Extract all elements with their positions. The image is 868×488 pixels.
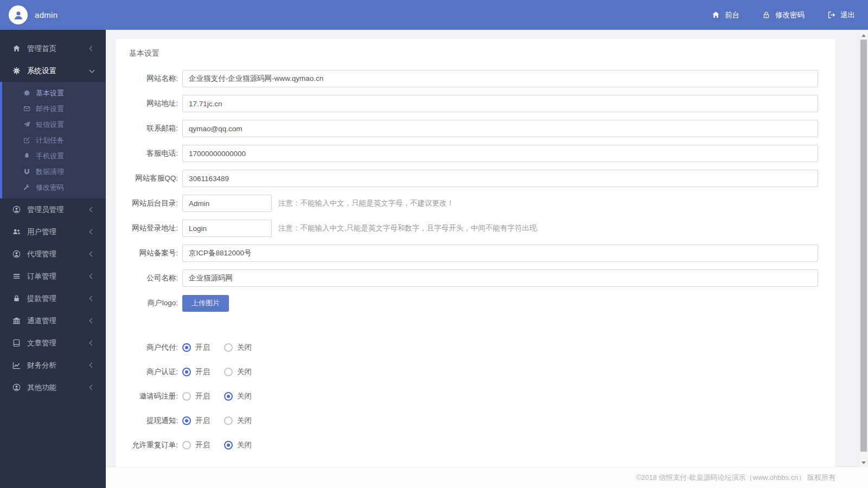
- toggle-label: 提现通知:: [129, 416, 178, 426]
- sidebar-subitem-1-0[interactable]: 基本设置: [2, 85, 106, 101]
- radio-option-2-0[interactable]: 开启: [182, 391, 210, 401]
- sidebar-item-2[interactable]: 管理员管理: [0, 198, 106, 221]
- topbar-link-0[interactable]: 前台: [712, 10, 739, 20]
- topbar-link-2[interactable]: 退出: [827, 10, 855, 20]
- radio-option-label: 开启: [195, 391, 210, 401]
- field-input-2[interactable]: [182, 120, 818, 137]
- sidebar-item-3[interactable]: 用户管理: [0, 221, 106, 243]
- radio-group: 开启关闭: [182, 367, 252, 377]
- sidebar-item-label: 文章管理: [27, 338, 56, 348]
- vertical-scrollbar[interactable]: [859, 30, 868, 467]
- radio-option-3-1[interactable]: 关闭: [224, 416, 252, 426]
- field-input-0[interactable]: [182, 70, 818, 87]
- radio-option-0-1[interactable]: 关闭: [224, 343, 252, 352]
- radio-option-3-0[interactable]: 开启: [182, 416, 210, 426]
- radio-icon[interactable]: [224, 368, 233, 376]
- sidebar-item-1[interactable]: 系统设置: [0, 60, 106, 82]
- sidebar-item-label: 管理首页: [27, 44, 56, 54]
- sidebar-menu: 管理首页系统设置基本设置邮件设置短信设置计划任务手机设置数据清理修改密码管理员管…: [0, 30, 106, 399]
- field-label: 网站备案号:: [129, 248, 178, 258]
- sidebar-item-6[interactable]: 提款管理: [0, 287, 106, 310]
- sidebar-subitem-label: 短信设置: [36, 120, 64, 130]
- radio-icon[interactable]: [224, 392, 233, 401]
- sidebar-item-10[interactable]: 其他功能: [0, 376, 106, 399]
- field-input-4[interactable]: [182, 170, 818, 187]
- sidebar-item-0[interactable]: 管理首页: [0, 37, 106, 60]
- field-input-3[interactable]: [182, 145, 818, 162]
- upload-image-button[interactable]: 上传图片: [182, 295, 229, 312]
- copyright-text: ©2018 信恒支付-欧皇源码论坛演示（www.ohbbs.cn） 版权所有: [636, 473, 835, 483]
- sidebar-subitem-label: 计划任务: [36, 136, 64, 145]
- toggle-label: 商户认证:: [129, 367, 178, 377]
- radio-option-4-0[interactable]: 开启: [182, 440, 210, 450]
- radio-option-label: 关闭: [237, 367, 252, 377]
- field-input-1[interactable]: [182, 95, 818, 112]
- radio-option-2-1[interactable]: 关闭: [224, 391, 252, 401]
- radio-option-0-0[interactable]: 开启: [182, 343, 210, 352]
- sidebar-subitem-label: 数据清理: [36, 167, 64, 177]
- scroll-up-arrow-icon[interactable]: [859, 30, 868, 39]
- sidebar-item-8[interactable]: 文章管理: [0, 332, 106, 354]
- chevron-left-icon: [90, 341, 95, 346]
- sidebar: 管理首页系统设置基本设置邮件设置短信设置计划任务手机设置数据清理修改密码管理员管…: [0, 30, 106, 488]
- radio-option-1-1[interactable]: 关闭: [224, 367, 252, 377]
- topbar-link-1[interactable]: 修改密码: [762, 10, 805, 20]
- magnet-icon: [23, 168, 30, 176]
- sidebar-subitem-1-1[interactable]: 邮件设置: [2, 101, 106, 117]
- topbar-link-label: 前台: [725, 10, 739, 20]
- sidebar-subitem-1-2[interactable]: 短信设置: [2, 117, 106, 132]
- form-row: 网站登录地址:注意：不能输入中文,只能是英文字母和数字，且字母开头，中间不能有字…: [129, 220, 822, 237]
- form-row: 网站客服QQ:: [129, 170, 822, 187]
- sidebar-subitem-1-4[interactable]: 手机设置: [2, 148, 106, 164]
- sidebar-subitem-1-3[interactable]: 计划任务: [2, 132, 106, 148]
- form-spacer: [129, 319, 822, 339]
- radio-icon[interactable]: [224, 416, 233, 425]
- sidebar-item-9[interactable]: 财务分析: [0, 354, 106, 376]
- radio-icon[interactable]: [182, 368, 191, 376]
- sidebar-item-label: 用户管理: [27, 227, 56, 237]
- radio-option-1-0[interactable]: 开启: [182, 367, 210, 377]
- field-note: 注意：不能输入中文,只能是英文字母和数字，且字母开头，中间不能有字符出现.: [278, 223, 539, 233]
- envelope-icon: [23, 105, 30, 113]
- form-row: 网站名称:: [129, 70, 822, 87]
- chevron-down-icon: [90, 67, 95, 73]
- sidebar-item-5[interactable]: 订单管理: [0, 265, 106, 287]
- form-row: 公司名称:: [129, 269, 822, 287]
- radio-icon[interactable]: [224, 441, 233, 450]
- book-icon: [12, 339, 21, 348]
- field-label: 网站名称:: [129, 74, 178, 84]
- radio-option-label: 开启: [195, 367, 210, 377]
- sidebar-item-label: 代理管理: [27, 249, 56, 259]
- radio-group: 开启关闭: [182, 440, 252, 450]
- sidebar-item-4[interactable]: 代理管理: [0, 243, 106, 265]
- radio-option-4-1[interactable]: 关闭: [224, 440, 252, 450]
- sign-out-icon: [827, 11, 835, 19]
- radio-icon[interactable]: [182, 441, 191, 450]
- settings-form: 网站名称:网站地址:联系邮箱:客服电话:网站客服QQ:网站后台目录:注意：不能输…: [129, 70, 822, 454]
- toggle-row: 提现通知:开启关闭: [129, 412, 822, 429]
- content-region: 基本设置 网站名称:网站地址:联系邮箱:客服电话:网站客服QQ:网站后台目录:注…: [106, 30, 859, 467]
- scroll-down-arrow-icon[interactable]: [859, 458, 868, 467]
- scrollbar-thumb[interactable]: [860, 40, 867, 452]
- bell-icon: [23, 152, 30, 160]
- avatar[interactable]: [9, 5, 28, 24]
- field-input-8[interactable]: [182, 269, 818, 287]
- sidebar-subitem-1-6[interactable]: 修改密码: [2, 179, 106, 195]
- radio-icon[interactable]: [182, 343, 191, 352]
- sidebar-subitem-label: 基本设置: [36, 88, 64, 98]
- user-icon: [12, 383, 21, 392]
- home-icon: [712, 11, 720, 19]
- radio-icon[interactable]: [182, 392, 191, 401]
- user-icon: [12, 206, 21, 214]
- footer: ©2018 信恒支付-欧皇源码论坛演示（www.ohbbs.cn） 版权所有: [106, 467, 868, 488]
- chevron-left-icon: [90, 46, 95, 52]
- sidebar-item-label: 提款管理: [27, 294, 56, 304]
- radio-icon[interactable]: [182, 416, 191, 425]
- field-input-5[interactable]: [182, 195, 272, 212]
- field-input-6[interactable]: [182, 220, 272, 237]
- field-input-7[interactable]: [182, 245, 818, 262]
- sidebar-item-7[interactable]: 通道管理: [0, 310, 106, 332]
- radio-icon[interactable]: [224, 343, 233, 352]
- sidebar-subitem-1-5[interactable]: 数据清理: [2, 164, 106, 179]
- sidebar-submenu: 基本设置邮件设置短信设置计划任务手机设置数据清理修改密码: [0, 82, 106, 198]
